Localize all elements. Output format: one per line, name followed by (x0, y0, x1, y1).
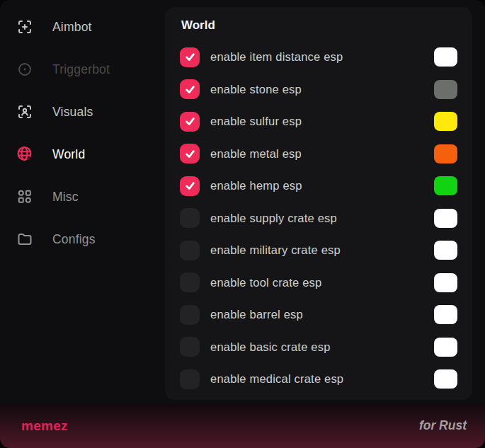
sidebar-item-world[interactable]: World (0, 133, 165, 176)
setting-row: enable basic crate esp (180, 331, 457, 364)
settings-list: enable item distance esp enable stone es… (180, 41, 457, 400)
check-icon (185, 116, 195, 127)
setting-row: enable hemp esp (180, 170, 457, 202)
setting-row: enable barrel esp (180, 299, 457, 331)
triggerbot-icon (16, 60, 34, 79)
checkbox[interactable] (180, 176, 200, 196)
color-swatch[interactable] (434, 209, 457, 228)
sidebar: Aimbot Triggerbot Visuals (0, 0, 165, 403)
world-settings-panel: World enable item distance esp enable st… (165, 7, 472, 400)
checkbox[interactable] (180, 208, 200, 228)
setting-label: enable tool crate esp (210, 276, 321, 289)
setting-row: enable item distance esp (180, 41, 457, 74)
color-swatch[interactable] (434, 369, 457, 389)
setting-row (180, 396, 457, 401)
setting-label: enable medical crate esp (210, 372, 343, 386)
color-swatch[interactable] (434, 176, 457, 195)
color-swatch[interactable] (434, 144, 457, 163)
cheat-menu-window: Aimbot Triggerbot Visuals (0, 0, 485, 448)
footer-bar: memez for Rust (0, 403, 485, 448)
setting-label: enable basic crate esp (210, 340, 331, 354)
setting-row: enable military crate esp (180, 234, 457, 267)
sidebar-item-label: Triggerbot (52, 62, 110, 77)
sidebar-item-label: Misc (52, 190, 79, 205)
sidebar-item-label: Aimbot (52, 20, 92, 35)
checkbox[interactable] (180, 337, 200, 357)
setting-row: enable medical crate esp (180, 363, 457, 396)
checkbox[interactable] (180, 144, 200, 163)
misc-icon (16, 188, 34, 206)
color-swatch[interactable] (434, 273, 457, 292)
setting-label: enable barrel esp (210, 308, 303, 321)
setting-row: enable sulfur esp (180, 105, 457, 138)
setting-row: enable stone esp (180, 74, 457, 106)
checkbox[interactable] (180, 272, 200, 292)
setting-row: enable metal esp (180, 138, 457, 171)
color-swatch[interactable] (434, 241, 457, 260)
panel-title: World (181, 18, 457, 34)
sidebar-item-misc[interactable]: Misc (0, 176, 165, 218)
check-icon (185, 52, 195, 62)
setting-label: enable stone esp (210, 83, 302, 96)
checkbox[interactable] (180, 112, 200, 132)
checkbox[interactable] (180, 79, 200, 99)
brand-tagline: for Rust (419, 418, 467, 433)
sidebar-item-label: Visuals (52, 105, 93, 120)
sidebar-item-label: World (52, 147, 85, 162)
setting-label: enable military crate esp (210, 243, 341, 257)
sidebar-item-triggerbot[interactable]: Triggerbot (0, 48, 165, 91)
checkbox[interactable] (180, 305, 200, 325)
setting-row: enable tool crate esp (180, 267, 457, 299)
checkbox[interactable] (180, 369, 200, 389)
setting-row: enable supply crate esp (180, 202, 457, 235)
visuals-icon (16, 103, 34, 121)
checkbox[interactable] (180, 241, 200, 260)
check-icon (185, 180, 195, 191)
brand-name: memez (21, 418, 68, 434)
setting-label: enable supply crate esp (210, 212, 337, 225)
configs-icon (16, 230, 34, 248)
aimbot-icon (16, 18, 34, 36)
color-swatch[interactable] (434, 80, 457, 99)
world-icon (16, 145, 34, 163)
setting-label: enable hemp esp (210, 179, 302, 193)
checkbox[interactable] (180, 47, 200, 67)
sidebar-item-visuals[interactable]: Visuals (0, 91, 165, 133)
sidebar-item-configs[interactable]: Configs (0, 218, 165, 260)
sidebar-item-aimbot[interactable]: Aimbot (0, 6, 165, 48)
color-swatch[interactable] (434, 112, 457, 131)
check-icon (185, 84, 195, 95)
color-swatch[interactable] (434, 305, 457, 324)
setting-label: enable item distance esp (210, 50, 343, 64)
color-swatch[interactable] (434, 47, 457, 67)
check-icon (185, 149, 195, 159)
setting-label: enable metal esp (210, 147, 302, 161)
setting-label: enable sulfur esp (210, 115, 302, 128)
color-swatch[interactable] (434, 338, 457, 357)
sidebar-item-label: Configs (52, 232, 96, 247)
